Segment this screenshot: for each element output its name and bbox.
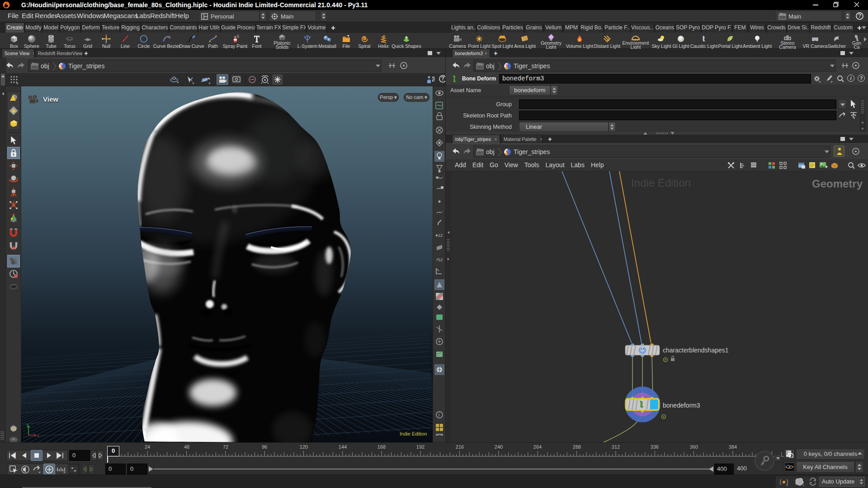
svg-text:y: y — [27, 422, 29, 427]
svg-text:bonedeform3: bonedeform3 — [663, 402, 700, 409]
svg-text:12: 12 — [438, 258, 443, 262]
svg-text:12: 12 — [438, 233, 443, 238]
svg-text:characterblendshapes1: characterblendshapes1 — [663, 347, 729, 354]
svg-text:i: i — [439, 413, 439, 418]
svg-text:x: x — [37, 433, 39, 438]
